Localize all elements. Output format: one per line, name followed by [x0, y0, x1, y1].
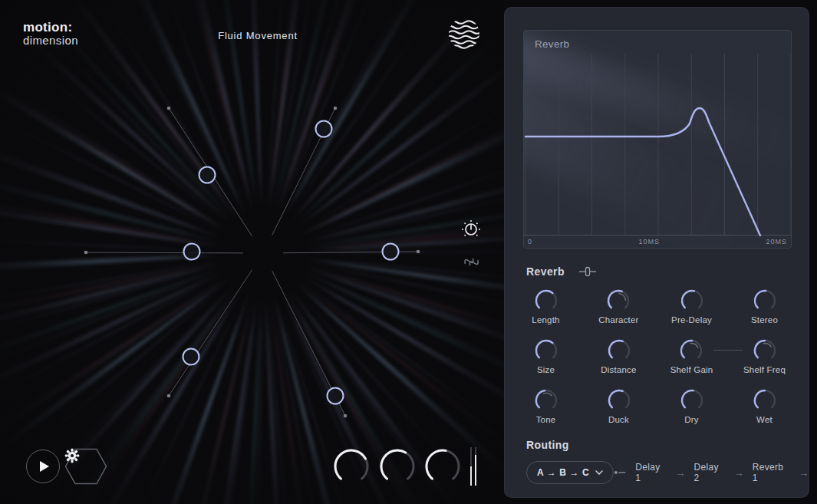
knob-size[interactable]: Size — [531, 338, 562, 388]
motion-node[interactable] — [199, 167, 216, 183]
knob-label: Shelf Freq — [743, 365, 786, 374]
knob-dry[interactable]: Dry — [677, 388, 707, 438]
knob-label: Wet — [756, 415, 773, 424]
play-button[interactable] — [26, 450, 60, 483]
reverb-section-header: Reverb — [526, 265, 597, 278]
motion-node[interactable] — [328, 388, 344, 404]
chain-arrow-icon: → — [734, 467, 744, 479]
knob-stereo[interactable]: Stereo — [749, 288, 780, 338]
tick-20ms: 20MS — [766, 238, 787, 245]
knob-tone[interactable]: Tone — [531, 388, 562, 438]
preset-name[interactable]: Fluid Movement — [218, 30, 298, 41]
motion-node[interactable] — [183, 349, 199, 365]
reverb-knob-grid: LengthCharacterPre-DelayStereoSizeDistan… — [509, 288, 801, 438]
knob-label: Pre-Delay — [671, 315, 712, 324]
routing-mode-value: A → B → C — [537, 467, 589, 478]
wave-circle-logo-icon[interactable] — [447, 17, 481, 51]
knob-label: Character — [598, 315, 638, 324]
motion-node[interactable] — [383, 244, 399, 260]
knob-label: Dry — [684, 415, 699, 424]
knob-shelf-gain[interactable]: Shelf Gain — [670, 338, 713, 388]
knob-character[interactable]: Character — [598, 288, 638, 338]
tick-10ms: 10MS — [638, 238, 660, 245]
chain-item-delay-2[interactable]: Delay 2 — [694, 462, 726, 483]
knob-shelf-freq[interactable]: Shelf Freq — [743, 338, 786, 388]
routing-chain: Delay 1→Delay 2→Reverb 1→ — [614, 461, 809, 484]
chain-arrow-icon: → — [676, 467, 686, 479]
knob-duck[interactable]: Duck — [604, 388, 634, 438]
chain-item-delay-1[interactable]: Delay 1 — [635, 462, 667, 483]
section-label: Reverb — [526, 265, 565, 278]
knob-label: Size — [537, 365, 555, 374]
graph-title: Reverb — [535, 38, 569, 50]
graph-x-axis-ticks: 0 10MS 20MS — [528, 238, 787, 245]
knob-label: Length — [532, 315, 559, 324]
reverb-panel: Reverb 0 10MS 20MS Reverb LengthCharacte… — [504, 7, 809, 498]
gear-icon — [64, 448, 80, 463]
plugin-window: motion: dimension Fluid Movement — [0, 0, 817, 504]
chain-arrow-icon: → — [799, 467, 809, 479]
visualizer: motion: dimension Fluid Movement — [0, 0, 504, 504]
macro-knob-3[interactable] — [423, 447, 462, 486]
mini-slider-icon[interactable] — [578, 266, 597, 277]
knob-label: Stereo — [751, 315, 778, 324]
routing-heading: Routing — [526, 439, 569, 451]
modulation-squiggle-icon[interactable] — [461, 251, 481, 269]
macro-meter[interactable] — [468, 446, 480, 487]
settings-button[interactable] — [64, 448, 107, 485]
motion-node[interactable] — [316, 121, 332, 137]
knob-label: Distance — [601, 365, 636, 374]
reverb-envelope-graph[interactable]: Reverb 0 10MS 20MS — [523, 30, 792, 249]
knob-pre-delay[interactable]: Pre-Delay — [671, 288, 712, 338]
knob-length[interactable]: Length — [531, 288, 562, 338]
play-icon — [40, 461, 49, 472]
knob-label: Shelf Gain — [670, 365, 713, 374]
chain-item-reverb-1[interactable]: Reverb 1 — [753, 462, 790, 483]
macro-knob-2[interactable] — [378, 447, 417, 486]
chain-start-icon — [614, 469, 627, 476]
knob-dial-icon[interactable] — [460, 218, 482, 239]
tick-0: 0 — [528, 238, 532, 245]
motion-node[interactable] — [184, 244, 200, 260]
shelf-link-line — [713, 350, 743, 351]
motion-spokes — [0, 0, 504, 504]
routing-mode-dropdown[interactable]: A → B → C — [526, 461, 614, 484]
macro-knob-1[interactable] — [332, 447, 371, 486]
brand-line1: motion: — [23, 21, 78, 34]
chevron-down-icon — [595, 470, 603, 475]
knob-distance[interactable]: Distance — [601, 338, 636, 388]
knob-label: Tone — [536, 415, 556, 424]
knob-label: Duck — [608, 415, 629, 424]
brand-logo: motion: dimension — [23, 21, 78, 46]
brand-line2: dimension — [23, 35, 78, 46]
knob-wet[interactable]: Wet — [749, 388, 780, 438]
